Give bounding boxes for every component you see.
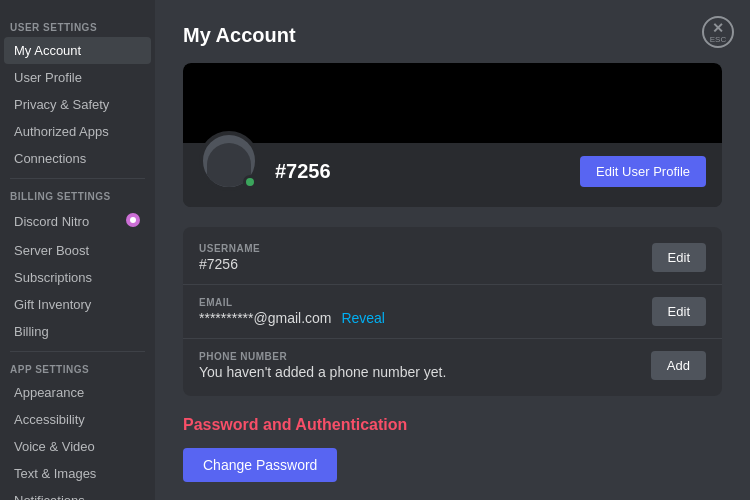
main-content: ✕ ESC My Account #7256 Edit User Profile… (155, 0, 750, 500)
sidebar-item-label: Billing (14, 324, 49, 339)
email-label: EMAIL (199, 297, 652, 308)
reveal-email-link[interactable]: Reveal (341, 310, 385, 326)
sidebar-item-accessibility[interactable]: Accessibility (4, 406, 151, 433)
profile-banner (183, 63, 722, 143)
sidebar-item-label: Text & Images (14, 466, 96, 481)
sidebar-item-my-account[interactable]: My Account (4, 37, 151, 64)
avatar-wrap (199, 131, 259, 191)
sidebar-item-authorized-apps[interactable]: Authorized Apps (4, 118, 151, 145)
sidebar-item-billing[interactable]: Billing (4, 318, 151, 345)
sidebar-item-label: Discord Nitro (14, 214, 89, 229)
close-button[interactable]: ✕ ESC (702, 16, 734, 48)
username-label: USERNAME (199, 243, 652, 254)
email-masked: **********@gmail.com (199, 310, 332, 326)
sidebar-item-privacy-safety[interactable]: Privacy & Safety (4, 91, 151, 118)
divider-billing (10, 178, 145, 179)
sidebar-item-label: Subscriptions (14, 270, 92, 285)
sidebar-item-label: Notifications (14, 493, 85, 500)
username-field-info: USERNAME #7256 (199, 243, 652, 272)
page-title: My Account (183, 24, 722, 47)
phone-add-button[interactable]: Add (651, 351, 706, 380)
sidebar-item-user-profile[interactable]: User Profile (4, 64, 151, 91)
sidebar-item-gift-inventory[interactable]: Gift Inventory (4, 291, 151, 318)
sidebar-item-label: Authorized Apps (14, 124, 109, 139)
sidebar-item-label: Voice & Video (14, 439, 95, 454)
username-field-row: USERNAME #7256 Edit (183, 231, 722, 285)
account-fields: USERNAME #7256 Edit EMAIL **********@gma… (183, 227, 722, 396)
phone-value: You haven't added a phone number yet. (199, 364, 651, 380)
billing-settings-label: BILLING SETTINGS (0, 185, 155, 206)
sidebar-item-label: Connections (14, 151, 86, 166)
sidebar-item-label: My Account (14, 43, 81, 58)
sidebar-item-label: User Profile (14, 70, 82, 85)
phone-field-row: PHONE NUMBER You haven't added a phone n… (183, 339, 722, 392)
svg-point-1 (130, 217, 136, 223)
sidebar-item-text-images[interactable]: Text & Images (4, 460, 151, 487)
divider-app (10, 351, 145, 352)
sidebar-item-label: Appearance (14, 385, 84, 400)
email-field-info: EMAIL **********@gmail.com Reveal (199, 297, 652, 326)
sidebar-item-voice-video[interactable]: Voice & Video (4, 433, 151, 460)
edit-user-profile-button[interactable]: Edit User Profile (580, 156, 706, 187)
email-edit-button[interactable]: Edit (652, 297, 706, 326)
sidebar-item-label: Privacy & Safety (14, 97, 109, 112)
phone-label: PHONE NUMBER (199, 351, 651, 362)
sidebar-item-notifications[interactable]: Notifications (4, 487, 151, 500)
user-settings-label: USER SETTINGS (0, 16, 155, 37)
nitro-icon (125, 212, 141, 231)
password-section-title: Password and Authentication (183, 416, 722, 434)
change-password-button[interactable]: Change Password (183, 448, 337, 482)
sidebar-item-appearance[interactable]: Appearance (4, 379, 151, 406)
profile-card: #7256 Edit User Profile (183, 63, 722, 207)
online-status-dot (243, 175, 257, 189)
sidebar-item-label: Gift Inventory (14, 297, 91, 312)
email-field-row: EMAIL **********@gmail.com Reveal Edit (183, 285, 722, 339)
sidebar: USER SETTINGS My Account User Profile Pr… (0, 0, 155, 500)
sidebar-item-server-boost[interactable]: Server Boost (4, 237, 151, 264)
username-edit-button[interactable]: Edit (652, 243, 706, 272)
sidebar-item-subscriptions[interactable]: Subscriptions (4, 264, 151, 291)
app-settings-label: APP SETTINGS (0, 358, 155, 379)
sidebar-item-label: Accessibility (14, 412, 85, 427)
email-value: **********@gmail.com Reveal (199, 310, 652, 326)
sidebar-item-label: Server Boost (14, 243, 89, 258)
username-value: #7256 (199, 256, 652, 272)
username-tag: #7256 (275, 160, 580, 183)
sidebar-item-discord-nitro[interactable]: Discord Nitro (4, 206, 151, 237)
esc-label: ESC (710, 36, 726, 44)
sidebar-item-connections[interactable]: Connections (4, 145, 151, 172)
close-x-icon: ✕ (712, 21, 724, 35)
profile-info-row: #7256 Edit User Profile (183, 143, 722, 207)
phone-field-info: PHONE NUMBER You haven't added a phone n… (199, 351, 651, 380)
